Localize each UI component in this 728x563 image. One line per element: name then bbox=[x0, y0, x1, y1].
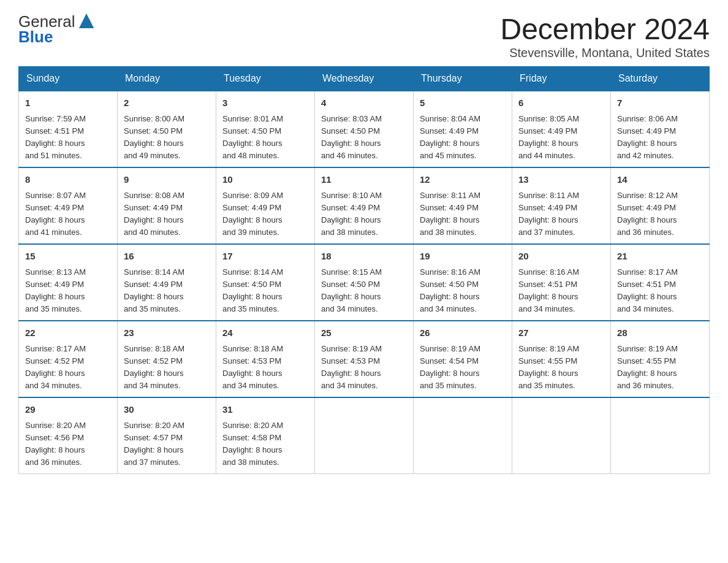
day-info: Sunrise: 8:08 AMSunset: 4:49 PMDaylight:… bbox=[124, 191, 184, 237]
day-number: 7 bbox=[617, 96, 703, 110]
day-number: 4 bbox=[321, 96, 407, 110]
day-info: Sunrise: 8:20 AMSunset: 4:58 PMDaylight:… bbox=[222, 421, 283, 467]
calendar-day-cell: 31 Sunrise: 8:20 AMSunset: 4:58 PMDaylig… bbox=[216, 397, 315, 474]
day-number: 13 bbox=[518, 173, 604, 187]
calendar-table: SundayMondayTuesdayWednesdayThursdayFrid… bbox=[18, 66, 710, 474]
day-number: 12 bbox=[420, 173, 506, 187]
day-info: Sunrise: 8:06 AMSunset: 4:49 PMDaylight:… bbox=[617, 114, 678, 160]
day-number: 6 bbox=[518, 96, 604, 110]
day-number: 14 bbox=[617, 173, 703, 187]
day-number: 20 bbox=[518, 250, 604, 264]
day-number: 11 bbox=[321, 173, 407, 187]
day-number: 29 bbox=[25, 403, 111, 417]
day-number: 26 bbox=[420, 326, 506, 340]
calendar-day-cell: 2 Sunrise: 8:00 AMSunset: 4:50 PMDayligh… bbox=[118, 91, 216, 167]
calendar-day-cell bbox=[611, 397, 710, 474]
day-number: 16 bbox=[124, 250, 210, 264]
calendar-day-cell: 1 Sunrise: 7:59 AMSunset: 4:51 PMDayligh… bbox=[19, 91, 118, 167]
weekday-header-tuesday: Tuesday bbox=[216, 67, 315, 91]
day-info: Sunrise: 8:09 AMSunset: 4:49 PMDaylight:… bbox=[222, 191, 283, 237]
day-info: Sunrise: 8:03 AMSunset: 4:50 PMDaylight:… bbox=[321, 114, 382, 160]
calendar-day-cell: 22 Sunrise: 8:17 AMSunset: 4:52 PMDaylig… bbox=[19, 321, 118, 397]
day-number: 17 bbox=[222, 250, 308, 264]
calendar-week-row: 1 Sunrise: 7:59 AMSunset: 4:51 PMDayligh… bbox=[19, 91, 710, 167]
logo-blue: Blue bbox=[18, 28, 53, 47]
calendar-day-cell: 12 Sunrise: 8:11 AMSunset: 4:49 PMDaylig… bbox=[414, 167, 512, 244]
calendar-day-cell: 19 Sunrise: 8:16 AMSunset: 4:50 PMDaylig… bbox=[414, 244, 512, 321]
calendar-day-cell: 13 Sunrise: 8:11 AMSunset: 4:49 PMDaylig… bbox=[512, 167, 611, 244]
calendar-day-cell: 17 Sunrise: 8:14 AMSunset: 4:50 PMDaylig… bbox=[216, 244, 315, 321]
calendar-day-cell bbox=[414, 397, 512, 474]
weekday-header-thursday: Thursday bbox=[414, 67, 512, 91]
day-number: 1 bbox=[25, 96, 111, 110]
calendar-day-cell: 7 Sunrise: 8:06 AMSunset: 4:49 PMDayligh… bbox=[611, 91, 710, 167]
calendar-day-cell: 15 Sunrise: 8:13 AMSunset: 4:49 PMDaylig… bbox=[19, 244, 118, 321]
day-info: Sunrise: 8:19 AMSunset: 4:53 PMDaylight:… bbox=[321, 344, 382, 390]
calendar-day-cell: 27 Sunrise: 8:19 AMSunset: 4:55 PMDaylig… bbox=[512, 321, 611, 397]
logo-icon bbox=[77, 11, 96, 31]
day-info: Sunrise: 8:19 AMSunset: 4:55 PMDaylight:… bbox=[617, 344, 678, 390]
calendar-day-cell: 24 Sunrise: 8:18 AMSunset: 4:53 PMDaylig… bbox=[216, 321, 315, 397]
calendar-day-cell: 20 Sunrise: 8:16 AMSunset: 4:51 PMDaylig… bbox=[512, 244, 611, 321]
day-info: Sunrise: 8:20 AMSunset: 4:57 PMDaylight:… bbox=[124, 421, 184, 467]
day-number: 2 bbox=[124, 96, 210, 110]
calendar-day-cell: 8 Sunrise: 8:07 AMSunset: 4:49 PMDayligh… bbox=[19, 167, 118, 244]
weekday-header-row: SundayMondayTuesdayWednesdayThursdayFrid… bbox=[19, 67, 710, 91]
day-number: 22 bbox=[25, 326, 111, 340]
day-info: Sunrise: 8:17 AMSunset: 4:51 PMDaylight:… bbox=[617, 267, 678, 313]
day-number: 27 bbox=[518, 326, 604, 340]
calendar-week-row: 15 Sunrise: 8:13 AMSunset: 4:49 PMDaylig… bbox=[19, 244, 710, 321]
day-info: Sunrise: 8:12 AMSunset: 4:49 PMDaylight:… bbox=[617, 191, 678, 237]
day-info: Sunrise: 7:59 AMSunset: 4:51 PMDaylight:… bbox=[25, 114, 86, 160]
calendar-week-row: 29 Sunrise: 8:20 AMSunset: 4:56 PMDaylig… bbox=[19, 397, 710, 474]
day-number: 8 bbox=[25, 173, 111, 187]
day-info: Sunrise: 8:18 AMSunset: 4:53 PMDaylight:… bbox=[222, 344, 283, 390]
day-info: Sunrise: 8:19 AMSunset: 4:55 PMDaylight:… bbox=[518, 344, 579, 390]
day-info: Sunrise: 8:16 AMSunset: 4:51 PMDaylight:… bbox=[518, 267, 579, 313]
day-info: Sunrise: 8:17 AMSunset: 4:52 PMDaylight:… bbox=[25, 344, 86, 390]
calendar-day-cell: 18 Sunrise: 8:15 AMSunset: 4:50 PMDaylig… bbox=[315, 244, 414, 321]
page-header: General Blue December 2024 Stevensville,… bbox=[18, 12, 710, 60]
day-number: 21 bbox=[617, 250, 703, 264]
day-number: 30 bbox=[124, 403, 210, 417]
day-number: 3 bbox=[222, 96, 308, 110]
calendar-day-cell: 4 Sunrise: 8:03 AMSunset: 4:50 PMDayligh… bbox=[315, 91, 414, 167]
calendar-day-cell: 14 Sunrise: 8:12 AMSunset: 4:49 PMDaylig… bbox=[611, 167, 710, 244]
day-number: 10 bbox=[222, 173, 308, 187]
calendar-day-cell: 25 Sunrise: 8:19 AMSunset: 4:53 PMDaylig… bbox=[315, 321, 414, 397]
month-title: December 2024 bbox=[500, 12, 710, 46]
calendar-day-cell: 6 Sunrise: 8:05 AMSunset: 4:49 PMDayligh… bbox=[512, 91, 611, 167]
calendar-day-cell: 28 Sunrise: 8:19 AMSunset: 4:55 PMDaylig… bbox=[611, 321, 710, 397]
day-info: Sunrise: 8:01 AMSunset: 4:50 PMDaylight:… bbox=[222, 114, 283, 160]
day-number: 31 bbox=[222, 403, 308, 417]
day-info: Sunrise: 8:14 AMSunset: 4:50 PMDaylight:… bbox=[222, 267, 283, 313]
day-number: 28 bbox=[617, 326, 703, 340]
day-info: Sunrise: 8:10 AMSunset: 4:49 PMDaylight:… bbox=[321, 191, 382, 237]
calendar-day-cell bbox=[315, 397, 414, 474]
weekday-header-monday: Monday bbox=[118, 67, 216, 91]
calendar-day-cell: 16 Sunrise: 8:14 AMSunset: 4:49 PMDaylig… bbox=[118, 244, 216, 321]
calendar-day-cell bbox=[512, 397, 611, 474]
location: Stevensville, Montana, United States bbox=[500, 46, 710, 60]
day-number: 9 bbox=[124, 173, 210, 187]
day-number: 15 bbox=[25, 250, 111, 264]
day-info: Sunrise: 8:20 AMSunset: 4:56 PMDaylight:… bbox=[25, 421, 86, 467]
calendar-day-cell: 11 Sunrise: 8:10 AMSunset: 4:49 PMDaylig… bbox=[315, 167, 414, 244]
calendar-week-row: 22 Sunrise: 8:17 AMSunset: 4:52 PMDaylig… bbox=[19, 321, 710, 397]
calendar-day-cell: 29 Sunrise: 8:20 AMSunset: 4:56 PMDaylig… bbox=[19, 397, 118, 474]
weekday-header-sunday: Sunday bbox=[19, 67, 118, 91]
day-number: 23 bbox=[124, 326, 210, 340]
day-info: Sunrise: 8:04 AMSunset: 4:49 PMDaylight:… bbox=[420, 114, 480, 160]
weekday-header-wednesday: Wednesday bbox=[315, 67, 414, 91]
day-info: Sunrise: 8:18 AMSunset: 4:52 PMDaylight:… bbox=[124, 344, 184, 390]
calendar-week-row: 8 Sunrise: 8:07 AMSunset: 4:49 PMDayligh… bbox=[19, 167, 710, 244]
logo[interactable]: General Blue bbox=[18, 12, 96, 47]
day-number: 24 bbox=[222, 326, 308, 340]
day-number: 18 bbox=[321, 250, 407, 264]
day-info: Sunrise: 8:13 AMSunset: 4:49 PMDaylight:… bbox=[25, 267, 86, 313]
calendar-day-cell: 21 Sunrise: 8:17 AMSunset: 4:51 PMDaylig… bbox=[611, 244, 710, 321]
day-info: Sunrise: 8:11 AMSunset: 4:49 PMDaylight:… bbox=[518, 191, 579, 237]
calendar-day-cell: 26 Sunrise: 8:19 AMSunset: 4:54 PMDaylig… bbox=[414, 321, 512, 397]
day-info: Sunrise: 8:00 AMSunset: 4:50 PMDaylight:… bbox=[124, 114, 184, 160]
weekday-header-friday: Friday bbox=[512, 67, 611, 91]
